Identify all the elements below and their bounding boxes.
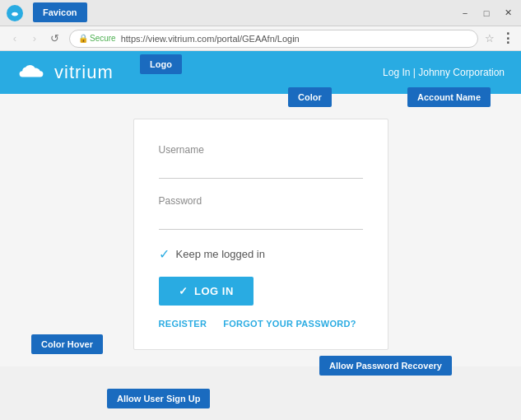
annotation-sign-up: Allow User Sign Up [107,389,210,408]
annotation-password-recovery: Allow Password Recovery [319,356,452,376]
maximize-button[interactable]: □ [480,7,493,20]
bookmark-button[interactable]: ☆ [485,32,495,44]
register-link[interactable]: REGISTER [159,319,207,329]
login-button[interactable]: ✓ LOG IN [159,277,254,306]
password-input[interactable] [159,210,363,230]
remember-me-label: Keep me logged in [176,248,265,260]
login-form: Username Password ✓ Keep me logged in ✓ … [133,119,388,350]
close-button[interactable]: ✕ [501,7,514,20]
login-check-icon: ✓ [179,285,188,297]
forward-button[interactable]: › [26,30,43,47]
annotation-account-name: Account Name [407,87,491,107]
browser-menu-button[interactable]: ⋮ [501,30,514,46]
main-content: Username Password ✓ Keep me logged in ✓ … [0,94,521,366]
logo-text: vitrium [54,62,114,83]
window-controls: − □ ✕ [458,7,514,20]
annotation-color: Color [288,87,332,107]
annotation-logo: Logo [140,54,182,74]
annotation-color-hover: Color Hover [31,334,103,354]
back-button[interactable]: ‹ [7,30,23,47]
refresh-button[interactable]: ↺ [46,30,63,47]
username-label: Username [159,144,363,156]
account-info: Log In | Johnny Corporation [383,67,505,78]
username-group: Username [159,144,363,179]
remember-me-group: ✓ Keep me logged in [159,246,363,262]
minimize-button[interactable]: − [458,7,472,20]
form-links: REGISTER FORGOT YOUR PASSWORD? [159,319,363,329]
password-group: Password [159,195,363,230]
checkmark-icon: ✓ [159,246,170,262]
forgot-password-link[interactable]: FORGOT YOUR PASSWORD? [223,319,356,329]
url-text: https://view.vitrium.com/portal/GEAAfn/L… [121,34,300,44]
logo-cloud-icon [16,62,46,83]
login-button-label: LOG IN [194,285,234,297]
annotation-favicon: Favicon [33,2,87,22]
url-input[interactable]: 🔒 Secure https://view.vitrium.com/portal… [69,30,478,48]
password-label: Password [159,195,363,207]
secure-badge: 🔒 Secure [78,34,116,43]
address-bar: ‹ › ↺ 🔒 Secure https://view.vitrium.com/… [0,26,521,51]
logo-area: vitrium [16,62,114,83]
username-input[interactable] [159,159,363,179]
browser-favicon [7,5,23,21]
